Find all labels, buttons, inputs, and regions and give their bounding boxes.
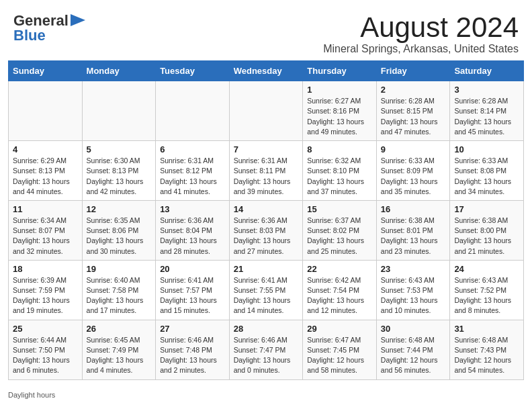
calendar-cell: 30Sunrise: 6:48 AM Sunset: 7:44 PM Dayli… — [376, 320, 450, 379]
footer-note: Daylight hours — [8, 391, 55, 399]
calendar-cell: 13Sunrise: 6:36 AM Sunset: 8:04 PM Dayli… — [156, 200, 230, 260]
day-number: 28 — [234, 324, 299, 334]
day-number: 26 — [87, 324, 152, 334]
col-friday: Friday — [376, 61, 450, 81]
day-number: 7 — [234, 144, 299, 154]
calendar-cell: 25Sunrise: 6:44 AM Sunset: 7:50 PM Dayli… — [9, 320, 83, 379]
calendar-cell: 12Sunrise: 6:35 AM Sunset: 8:06 PM Dayli… — [82, 200, 156, 260]
calendar-cell: 26Sunrise: 6:45 AM Sunset: 7:49 PM Dayli… — [82, 320, 156, 379]
calendar-cell: 29Sunrise: 6:47 AM Sunset: 7:45 PM Dayli… — [303, 320, 377, 379]
title-block: August 2024 Mineral Springs, Arkansas, U… — [323, 12, 519, 55]
calendar-table: Sunday Monday Tuesday Wednesday Thursday… — [8, 60, 524, 379]
calendar-week-row: 4Sunrise: 6:29 AM Sunset: 8:13 PM Daylig… — [9, 141, 524, 201]
footer: Daylight hours — [0, 388, 532, 404]
calendar-cell: 22Sunrise: 6:42 AM Sunset: 7:54 PM Dayli… — [303, 260, 377, 320]
day-number: 21 — [234, 264, 299, 274]
calendar-wrapper: Sunday Monday Tuesday Wednesday Thursday… — [0, 60, 532, 387]
day-info: Sunrise: 6:31 AM Sunset: 8:11 PM Dayligh… — [234, 156, 299, 197]
day-number: 4 — [13, 144, 78, 154]
day-number: 29 — [307, 324, 372, 334]
day-info: Sunrise: 6:43 AM Sunset: 7:52 PM Dayligh… — [454, 275, 519, 316]
day-number: 3 — [454, 85, 519, 95]
day-info: Sunrise: 6:33 AM Sunset: 8:08 PM Dayligh… — [454, 156, 519, 197]
day-info: Sunrise: 6:28 AM Sunset: 8:15 PM Dayligh… — [381, 96, 446, 137]
calendar-cell: 16Sunrise: 6:38 AM Sunset: 8:01 PM Dayli… — [376, 200, 450, 260]
calendar-cell: 19Sunrise: 6:40 AM Sunset: 7:58 PM Dayli… — [82, 260, 156, 320]
day-info: Sunrise: 6:44 AM Sunset: 7:50 PM Dayligh… — [13, 335, 78, 376]
day-number: 31 — [454, 324, 519, 334]
day-info: Sunrise: 6:38 AM Sunset: 8:00 PM Dayligh… — [454, 216, 519, 257]
day-number: 19 — [87, 264, 152, 274]
calendar-cell — [82, 81, 156, 141]
calendar-cell: 20Sunrise: 6:41 AM Sunset: 7:57 PM Dayli… — [156, 260, 230, 320]
calendar-cell: 23Sunrise: 6:43 AM Sunset: 7:53 PM Dayli… — [376, 260, 450, 320]
day-info: Sunrise: 6:30 AM Sunset: 8:13 PM Dayligh… — [87, 156, 152, 197]
calendar-cell: 14Sunrise: 6:36 AM Sunset: 8:03 PM Dayli… — [229, 200, 303, 260]
col-saturday: Saturday — [450, 61, 524, 81]
calendar-cell: 1Sunrise: 6:27 AM Sunset: 8:16 PM Daylig… — [303, 81, 377, 141]
calendar-week-row: 18Sunrise: 6:39 AM Sunset: 7:59 PM Dayli… — [9, 260, 524, 320]
day-number: 2 — [381, 85, 446, 95]
day-info: Sunrise: 6:41 AM Sunset: 7:57 PM Dayligh… — [160, 275, 225, 316]
day-number: 23 — [381, 264, 446, 274]
day-number: 16 — [381, 204, 446, 214]
day-info: Sunrise: 6:27 AM Sunset: 8:16 PM Dayligh… — [307, 96, 372, 137]
day-number: 14 — [234, 204, 299, 214]
day-number: 5 — [87, 144, 152, 154]
month-title: August 2024 — [323, 12, 519, 43]
day-number: 10 — [454, 144, 519, 154]
calendar-cell: 24Sunrise: 6:43 AM Sunset: 7:52 PM Dayli… — [450, 260, 524, 320]
calendar-cell: 8Sunrise: 6:32 AM Sunset: 8:10 PM Daylig… — [303, 141, 377, 201]
calendar-cell: 10Sunrise: 6:33 AM Sunset: 8:08 PM Dayli… — [450, 141, 524, 201]
day-number: 8 — [307, 144, 372, 154]
day-info: Sunrise: 6:39 AM Sunset: 7:59 PM Dayligh… — [13, 275, 78, 316]
day-number: 15 — [307, 204, 372, 214]
day-number: 18 — [13, 264, 78, 274]
day-number: 1 — [307, 85, 372, 95]
calendar-cell: 27Sunrise: 6:46 AM Sunset: 7:48 PM Dayli… — [156, 320, 230, 379]
calendar-cell: 11Sunrise: 6:34 AM Sunset: 8:07 PM Dayli… — [9, 200, 83, 260]
calendar-cell: 31Sunrise: 6:48 AM Sunset: 7:43 PM Dayli… — [450, 320, 524, 379]
calendar-cell: 18Sunrise: 6:39 AM Sunset: 7:59 PM Dayli… — [9, 260, 83, 320]
day-number: 24 — [454, 264, 519, 274]
calendar-cell: 21Sunrise: 6:41 AM Sunset: 7:55 PM Dayli… — [229, 260, 303, 320]
day-info: Sunrise: 6:34 AM Sunset: 8:07 PM Dayligh… — [13, 216, 78, 257]
day-info: Sunrise: 6:46 AM Sunset: 7:48 PM Dayligh… — [160, 335, 225, 376]
day-number: 12 — [87, 204, 152, 214]
day-number: 27 — [160, 324, 225, 334]
col-monday: Monday — [82, 61, 156, 81]
day-info: Sunrise: 6:43 AM Sunset: 7:53 PM Dayligh… — [381, 275, 446, 316]
logo: General Blue — [13, 12, 85, 44]
day-info: Sunrise: 6:29 AM Sunset: 8:13 PM Dayligh… — [13, 156, 78, 197]
calendar-cell — [9, 81, 83, 141]
day-info: Sunrise: 6:36 AM Sunset: 8:04 PM Dayligh… — [160, 216, 225, 257]
calendar-cell: 2Sunrise: 6:28 AM Sunset: 8:15 PM Daylig… — [376, 81, 450, 141]
day-info: Sunrise: 6:47 AM Sunset: 7:45 PM Dayligh… — [307, 335, 372, 376]
logo-blue-text: Blue — [13, 27, 46, 44]
calendar-cell: 5Sunrise: 6:30 AM Sunset: 8:13 PM Daylig… — [82, 141, 156, 201]
day-number: 13 — [160, 204, 225, 214]
day-info: Sunrise: 6:48 AM Sunset: 7:44 PM Dayligh… — [381, 335, 446, 376]
calendar-cell: 6Sunrise: 6:31 AM Sunset: 8:12 PM Daylig… — [156, 141, 230, 201]
day-number: 30 — [381, 324, 446, 334]
day-info: Sunrise: 6:35 AM Sunset: 8:06 PM Dayligh… — [87, 216, 152, 257]
day-number: 9 — [381, 144, 446, 154]
day-info: Sunrise: 6:40 AM Sunset: 7:58 PM Dayligh… — [87, 275, 152, 316]
day-info: Sunrise: 6:32 AM Sunset: 8:10 PM Dayligh… — [307, 156, 372, 197]
day-info: Sunrise: 6:48 AM Sunset: 7:43 PM Dayligh… — [454, 335, 519, 376]
col-wednesday: Wednesday — [229, 61, 303, 81]
calendar-week-row: 1Sunrise: 6:27 AM Sunset: 8:16 PM Daylig… — [9, 81, 524, 141]
day-info: Sunrise: 6:46 AM Sunset: 7:47 PM Dayligh… — [234, 335, 299, 376]
day-info: Sunrise: 6:45 AM Sunset: 7:49 PM Dayligh… — [87, 335, 152, 376]
calendar-week-row: 11Sunrise: 6:34 AM Sunset: 8:07 PM Dayli… — [9, 200, 524, 260]
header-area: General Blue August 2024 Mineral Springs… — [0, 0, 532, 60]
day-number: 11 — [13, 204, 78, 214]
svg-marker-0 — [71, 14, 85, 26]
day-info: Sunrise: 6:36 AM Sunset: 8:03 PM Dayligh… — [234, 216, 299, 257]
day-number: 25 — [13, 324, 78, 334]
calendar-cell: 7Sunrise: 6:31 AM Sunset: 8:11 PM Daylig… — [229, 141, 303, 201]
day-number: 20 — [160, 264, 225, 274]
calendar-cell: 4Sunrise: 6:29 AM Sunset: 8:13 PM Daylig… — [9, 141, 83, 201]
day-number: 17 — [454, 204, 519, 214]
calendar-cell — [156, 81, 230, 141]
